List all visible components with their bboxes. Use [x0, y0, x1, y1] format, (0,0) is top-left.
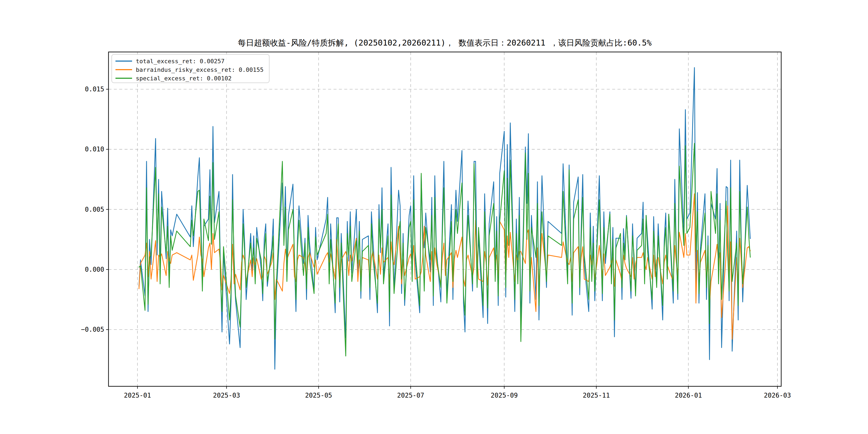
legend-entry-label: barraindus_risky_excess_ret: 0.00155: [136, 66, 264, 73]
series-lines: [139, 67, 750, 369]
x-tick-label: 2025-01: [124, 392, 151, 399]
daily-excess-return-chart: 0.0150.0100.0050.000−0.0052025-012025-03…: [0, 0, 868, 434]
y-tick-label: 0.005: [85, 206, 104, 213]
y-tick-label: 0.015: [85, 86, 104, 93]
x-tick-label: 2025-09: [491, 392, 518, 399]
legend: total_excess_ret: 0.00257barraindus_risk…: [112, 54, 269, 83]
x-tick-label: 2025-05: [305, 392, 332, 399]
y-tick-label: −0.005: [81, 326, 104, 333]
x-tick-label: 2025-07: [397, 392, 424, 399]
x-tick-label: 2025-03: [213, 392, 240, 399]
legend-entry-label: special_excess_ret: 0.00102: [136, 75, 232, 82]
chart-figure: 0.0150.0100.0050.000−0.0052025-012025-03…: [0, 0, 868, 434]
x-tick-label: 2025-11: [583, 392, 610, 399]
x-tick-label: 2026-01: [675, 392, 702, 399]
x-tick-label: 2026-03: [764, 392, 791, 399]
y-tick-label: 0.010: [85, 146, 104, 153]
chart-title: 每日超额收益-风险/特质拆解, (20250102,20260211)， 数值表…: [238, 38, 652, 48]
y-tick-label: 0.000: [85, 266, 104, 273]
series-line-special_excess_ret: [139, 143, 750, 356]
legend-entry-label: total_excess_ret: 0.00257: [136, 58, 224, 65]
